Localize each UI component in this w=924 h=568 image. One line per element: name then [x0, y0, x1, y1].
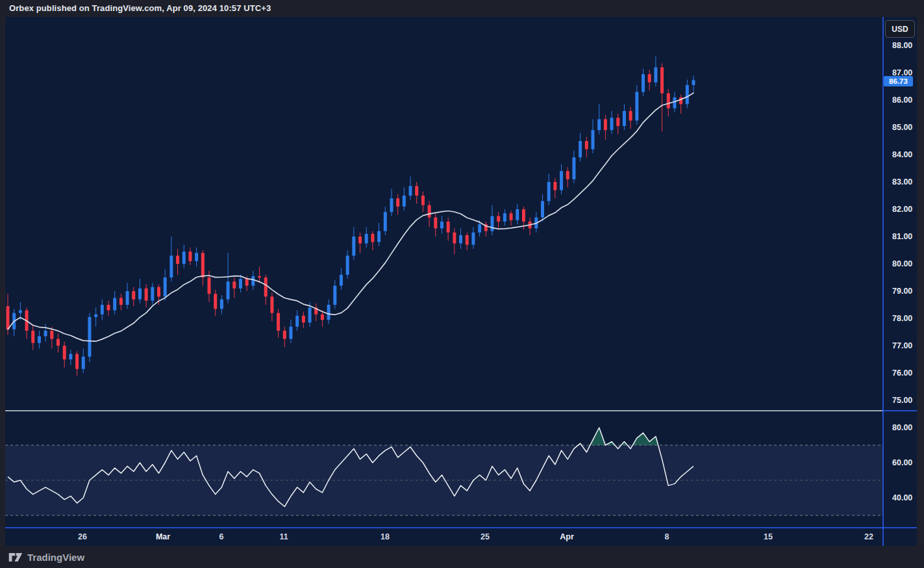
- candle-body: [340, 275, 343, 286]
- candle-body: [384, 212, 387, 231]
- candle-body: [88, 317, 91, 357]
- price-tick-label: 76.00: [892, 368, 912, 378]
- candle-body: [434, 218, 437, 229]
- chart-widget[interactable]: 88.0087.0086.0085.0084.0083.0082.0081.00…: [5, 17, 917, 546]
- candle-body: [466, 235, 469, 245]
- candle-body: [358, 237, 362, 244]
- candle-body: [75, 354, 79, 369]
- candle-body: [201, 253, 205, 278]
- candle-body: [510, 213, 513, 220]
- candle-body: [145, 289, 148, 301]
- candle-body: [629, 111, 632, 121]
- candle-body: [119, 298, 123, 305]
- candle-body: [195, 253, 198, 261]
- candle-body: [403, 196, 406, 207]
- candle-body: [616, 118, 619, 126]
- price-chart-canvas[interactable]: 88.0087.0086.0085.0084.0083.0082.0081.00…: [5, 17, 917, 546]
- candle-body: [591, 130, 594, 149]
- candle-body: [232, 281, 236, 289]
- price-tick-label: 78.00: [892, 314, 912, 323]
- candle-body: [333, 286, 336, 305]
- candle-body: [478, 224, 481, 233]
- candle-body: [94, 315, 97, 317]
- time-tick-label: 22: [864, 532, 873, 541]
- candle-body: [371, 234, 374, 242]
- candle-body: [321, 315, 324, 320]
- candle-body: [227, 281, 230, 299]
- candle-body: [396, 198, 399, 207]
- candle-body: [560, 171, 563, 190]
- candle-body: [38, 336, 41, 343]
- candle-body: [377, 231, 381, 242]
- time-tick-label: 15: [764, 532, 773, 541]
- candle-body: [365, 234, 368, 244]
- price-tick-label: 85.00: [892, 123, 912, 132]
- candle-body: [553, 182, 556, 190]
- price-tick-label: 88.00: [892, 41, 912, 50]
- candle-body: [667, 94, 670, 109]
- publish-attribution-text: Orbex published on TradingView.com, Apr …: [9, 3, 271, 13]
- price-tick-label: 83.00: [892, 177, 912, 187]
- candle-body: [453, 233, 456, 244]
- candle-body: [352, 237, 355, 255]
- candle-body: [6, 306, 10, 329]
- candle-body: [208, 278, 211, 294]
- time-tick-label: 25: [481, 532, 490, 541]
- candle-body: [245, 279, 249, 286]
- price-tick-label: 79.00: [892, 287, 912, 296]
- candle-body: [31, 331, 34, 343]
- candle-body: [126, 291, 129, 305]
- candle-body: [289, 327, 292, 339]
- price-tick-label: 75.00: [892, 396, 912, 405]
- time-tick-label: Apr: [560, 532, 574, 541]
- time-tick-label: 6: [219, 532, 224, 541]
- candle-body: [623, 111, 626, 126]
- candle-body: [327, 305, 331, 320]
- tradingview-wordmark[interactable]: TradingView: [27, 552, 84, 563]
- candle-body: [132, 291, 135, 300]
- candle-body: [415, 186, 418, 196]
- rsi-tick-label: 40.00: [892, 493, 912, 502]
- candle-body: [188, 252, 192, 261]
- price-tick-label: 81.00: [892, 232, 912, 241]
- time-tick-label: 26: [78, 532, 87, 541]
- candle-body: [635, 92, 638, 120]
- candle-body: [572, 157, 575, 179]
- footer-bar: TradingView: [0, 546, 924, 568]
- candle-body: [692, 80, 695, 85]
- candle-body: [604, 119, 607, 130]
- candle-body: [295, 316, 299, 327]
- currency-toggle-button[interactable]: USD: [885, 20, 915, 38]
- candle-body: [579, 141, 582, 157]
- candle-body: [302, 316, 305, 323]
- time-tick-label: 8: [665, 532, 669, 541]
- candle-body: [541, 201, 544, 217]
- tradingview-logo-icon[interactable]: [8, 552, 23, 563]
- tradingview-chart-screenshot: Orbex published on TradingView.com, Apr …: [0, 0, 924, 568]
- candle-body: [522, 209, 525, 222]
- last-price-label: 86.73: [884, 76, 913, 86]
- candle-body: [182, 252, 186, 264]
- candle-body: [409, 186, 412, 196]
- candle-body: [151, 287, 154, 301]
- candle-body: [516, 209, 519, 220]
- candle-body: [101, 305, 104, 315]
- candle-body: [239, 279, 242, 289]
- time-tick-label: 11: [279, 532, 288, 541]
- price-tick-label: 84.00: [892, 150, 912, 159]
- rsi-tick-label: 60.00: [892, 458, 912, 467]
- candle-body: [258, 276, 261, 278]
- rsi-tick-label: 80.00: [892, 423, 912, 432]
- candle-body: [390, 198, 393, 212]
- candle-body: [497, 216, 500, 222]
- candle-body: [19, 310, 22, 313]
- candle-body: [660, 68, 664, 94]
- candle-body: [220, 300, 223, 309]
- candle-body: [251, 276, 255, 286]
- candle-body: [277, 313, 280, 331]
- candle-body: [214, 294, 217, 309]
- candle-body: [679, 97, 682, 105]
- price-tick-label: 80.00: [892, 259, 912, 268]
- candle-body: [673, 97, 676, 109]
- candle-body: [164, 278, 167, 296]
